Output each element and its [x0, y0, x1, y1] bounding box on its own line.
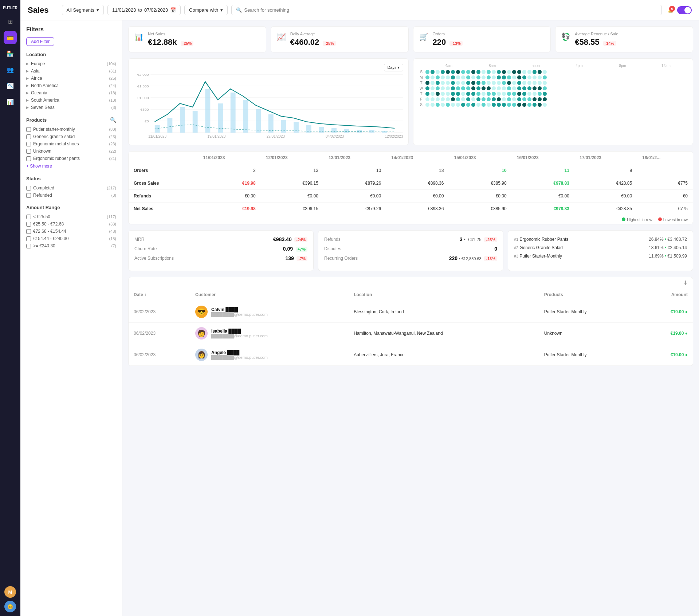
sidebar-avatar-m[interactable]: M — [4, 586, 16, 598]
rank-1: #1 — [514, 237, 519, 242]
active-value-group: 139 -7% — [285, 255, 307, 261]
dot-cell — [538, 75, 542, 79]
date-range-picker[interactable]: 11/01/2023 to 07/02/2023 📅 — [107, 5, 181, 15]
amount-checkbox-5[interactable] — [26, 244, 31, 248]
status-checkbox-completed[interactable] — [26, 186, 31, 191]
filter-item-oceania[interactable]: ▶Oceania (18) — [26, 89, 116, 97]
amount-checkbox-3[interactable] — [26, 229, 31, 234]
product-checkbox-unknown[interactable] — [26, 149, 31, 154]
amount-item-4[interactable]: €154.44 - €240.30 (15) — [26, 235, 116, 242]
daily-avg-value: €460.02 — [290, 38, 319, 47]
sidebar-item-reports[interactable]: 📊 — [4, 95, 17, 108]
filter-item-africa[interactable]: ▶Africa (25) — [26, 75, 116, 82]
x-label-5: 12/02/2023 — [385, 134, 403, 138]
filter-item-south-america[interactable]: ▶South America (13) — [26, 97, 116, 104]
dot-cell — [507, 86, 511, 90]
amount-item-2[interactable]: €25.50 - €72.68 (33) — [26, 220, 116, 228]
dot-cell — [502, 92, 506, 96]
transactions-header-row: Date ↕ Customer Location Products Amount — [129, 289, 693, 301]
dot-cell — [471, 70, 475, 74]
amount-checkbox-1[interactable] — [26, 215, 31, 219]
sidebar-avatar-user[interactable]: 😊 — [4, 601, 16, 612]
net-d1: €19.98 — [198, 203, 260, 215]
dot-cell — [471, 97, 475, 101]
sidebar-item-analytics[interactable]: 📉 — [4, 79, 17, 92]
filter-item-europe[interactable]: ▶Europe (104) — [26, 60, 116, 67]
show-more-products[interactable]: + Show more — [26, 162, 116, 170]
svg-rect-25 — [256, 109, 261, 133]
dot-cell — [456, 81, 460, 85]
filter-item-asia[interactable]: ▶Asia (31) — [26, 67, 116, 75]
filter-label-oceania: Oceania — [31, 90, 47, 95]
active-value: 139 — [285, 255, 294, 261]
product-label-putler: Putler starter-monthly — [33, 127, 75, 132]
dot-cell — [533, 103, 537, 107]
sidebar-item-store[interactable]: 🏪 — [4, 47, 17, 60]
txn-product-1: Putler Starter-Monthly — [539, 301, 640, 323]
filter-item-seven-seas[interactable]: ▶Seven Seas (3) — [26, 104, 116, 111]
refunds-amount: • -€41.25 — [464, 237, 481, 242]
top-product-3-stats: 11.69% • €1,509.99 — [649, 254, 687, 259]
product-item-unknown[interactable]: Unknown (22) — [26, 148, 116, 155]
product-item-pants[interactable]: Ergonomic rubber pants (21) — [26, 155, 116, 162]
sidebar-item-dashboard[interactable]: ⊞ — [4, 15, 17, 28]
sidebar-item-payments[interactable]: 💳 — [4, 31, 17, 44]
dot-cell — [502, 103, 506, 107]
dot-cell — [517, 81, 521, 85]
status-filter-section: Status Completed (217) Refunded (3) — [26, 176, 116, 199]
product-3-dot: • — [665, 254, 666, 259]
amount-item-1[interactable]: < €25.50 (117) — [26, 213, 116, 220]
dot-cell — [476, 70, 480, 74]
amount-checkbox-4[interactable] — [26, 236, 31, 241]
sidebar-item-customers[interactable]: 👥 — [4, 63, 17, 76]
filter-item-north-america[interactable]: ▶North America (24) — [26, 82, 116, 89]
status-count-refunded: (3) — [111, 193, 116, 197]
transaction-row-1: 06/02/2023 😎 Calvin ████ ████████@demo.p… — [129, 301, 693, 323]
search-input[interactable] — [244, 7, 657, 13]
amount-item-5[interactable]: >= €240.30 (7) — [26, 242, 116, 250]
dot-cell — [533, 81, 537, 85]
amount-checkbox-2[interactable] — [26, 222, 31, 227]
dot-cell — [441, 92, 445, 96]
app-logo: PUTLER — [1, 4, 19, 12]
theme-toggle[interactable] — [677, 6, 692, 14]
txn-amount-2: €19.00 ● — [640, 323, 693, 344]
product-item-putler[interactable]: Putler starter-monthly (80) — [26, 126, 116, 133]
dot-cell — [507, 92, 511, 96]
add-filter-button[interactable]: Add Filter — [26, 37, 54, 46]
compare-with-selector[interactable]: Compare with ▾ — [184, 5, 228, 15]
chevron-down-icon: ▾ — [97, 7, 99, 13]
days-selector[interactable]: Days ▾ — [384, 64, 403, 71]
th-date-7: 17/01/2023 — [574, 152, 637, 164]
download-button[interactable]: ⬇ — [129, 277, 693, 289]
date-separator: to — [138, 7, 142, 13]
dot-cell — [538, 81, 542, 85]
customer-email-2: ████████@demo.putler.com — [211, 334, 268, 338]
product-search-icon[interactable]: 🔍 — [110, 117, 116, 123]
header-controls: All Segments ▾ 11/01/2023 to 07/02/2023 … — [62, 5, 662, 15]
filter-count-europe: (104) — [107, 62, 116, 66]
product-checkbox-putler[interactable] — [26, 127, 31, 132]
dot-cell — [487, 86, 491, 90]
product-item-granite[interactable]: Generic granite salad (23) — [26, 133, 116, 140]
product-item-shoes[interactable]: Ergonomic metal shoes (23) — [26, 140, 116, 148]
dot-cell — [492, 86, 496, 90]
dot-cell — [538, 70, 542, 74]
status-completed[interactable]: Completed (217) — [26, 184, 116, 192]
status-checkbox-refunded[interactable] — [26, 193, 31, 198]
amount-label-2: €25.50 - €72.68 — [33, 221, 64, 227]
txn-amount-3: €19.00 ● — [640, 344, 693, 366]
status-refunded[interactable]: Refunded (3) — [26, 192, 116, 199]
txn-customer-2: 🧑 Isabella ████ ████████@demo.putler.com — [190, 323, 349, 344]
product-count-granite: (23) — [109, 134, 116, 139]
product-checkbox-granite[interactable] — [26, 134, 31, 139]
dot-cell — [451, 81, 455, 85]
orders-d3: 10 — [323, 164, 386, 177]
product-checkbox-pants[interactable] — [26, 156, 31, 161]
stat-recurring-row: Recurring Orders 220 • €12,880.63 -13% — [324, 255, 497, 261]
segment-selector[interactable]: All Segments ▾ — [62, 5, 104, 15]
subscriptions-card: MRR €983.40 -24% Churn Rate 0.09 +7% — [128, 230, 314, 271]
amount-item-3[interactable]: €72.68 - €154.44 (48) — [26, 228, 116, 235]
notification-bell[interactable]: 🔔 5 — [668, 7, 674, 13]
product-checkbox-shoes[interactable] — [26, 142, 31, 146]
